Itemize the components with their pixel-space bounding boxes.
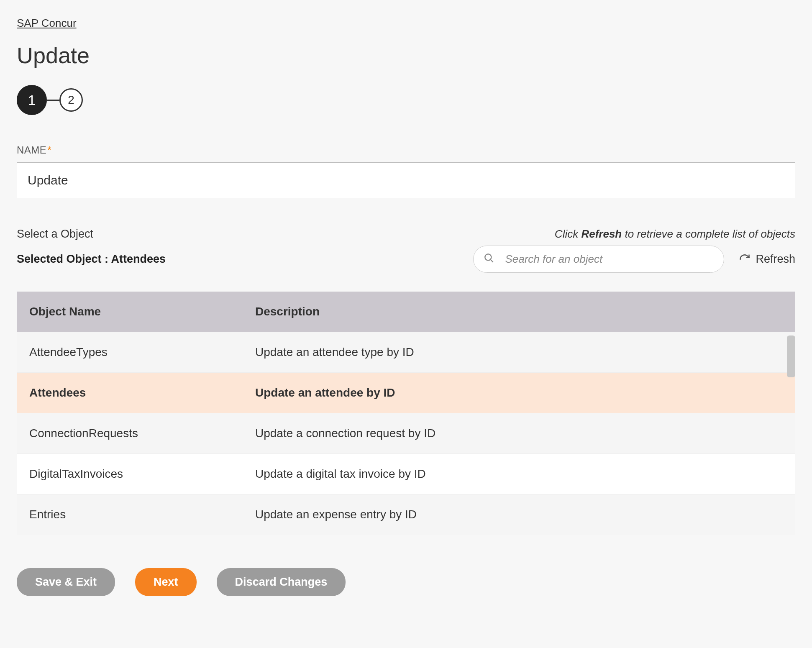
required-indicator: * — [47, 144, 51, 156]
cell-object-desc: Update a digital tax invoice by ID — [243, 454, 795, 494]
table-row[interactable]: Entries Update an expense entry by ID — [17, 494, 795, 535]
col-header-desc[interactable]: Description — [243, 292, 795, 332]
refresh-hint-bold: Refresh — [581, 228, 622, 240]
cell-object-desc: Update a connection request by ID — [243, 413, 795, 454]
selected-object-prefix: Selected Object : — [17, 253, 111, 265]
step-2[interactable]: 2 — [59, 88, 83, 112]
name-label-text: NAME — [17, 144, 46, 156]
refresh-button-label: Refresh — [756, 253, 795, 266]
scrollbar-thumb[interactable] — [787, 336, 795, 377]
selected-object: Selected Object : Attendees — [17, 253, 166, 266]
discard-button[interactable]: Discard Changes — [217, 568, 346, 596]
search-icon — [484, 253, 494, 266]
save-exit-button[interactable]: Save & Exit — [17, 568, 115, 596]
search-wrapper — [473, 246, 724, 273]
table-row[interactable]: ConnectionRequests Update a connection r… — [17, 413, 795, 454]
refresh-button[interactable]: Refresh — [739, 253, 795, 266]
refresh-hint-suffix: to retrieve a complete list of objects — [622, 228, 795, 240]
object-search-input[interactable] — [473, 246, 724, 273]
table-row[interactable]: AttendeeTypes Update an attendee type by… — [17, 332, 795, 373]
svg-line-1 — [491, 259, 494, 262]
col-header-name[interactable]: Object Name — [17, 292, 243, 332]
cell-object-desc: Update an attendee by ID — [243, 373, 795, 413]
footer-actions: Save & Exit Next Discard Changes — [17, 568, 795, 596]
step-1[interactable]: 1 — [17, 85, 47, 115]
next-button[interactable]: Next — [135, 568, 197, 596]
cell-object-name: Attendees — [17, 373, 243, 413]
refresh-icon — [739, 254, 751, 265]
cell-object-name: AttendeeTypes — [17, 332, 243, 373]
refresh-hint-prefix: Click — [555, 228, 581, 240]
name-label: NAME* — [17, 144, 795, 156]
object-table: Object Name Description AttendeeTypes Up… — [17, 292, 795, 535]
table-row-selected[interactable]: Attendees Update an attendee by ID — [17, 373, 795, 413]
cell-object-name: ConnectionRequests — [17, 413, 243, 454]
cell-object-name: Entries — [17, 494, 243, 535]
table-row[interactable]: DigitalTaxInvoices Update a digital tax … — [17, 454, 795, 494]
object-table-wrap: Object Name Description AttendeeTypes Up… — [17, 292, 795, 535]
cell-object-desc: Update an expense entry by ID — [243, 494, 795, 535]
cell-object-name: DigitalTaxInvoices — [17, 454, 243, 494]
select-object-label: Select a Object — [17, 228, 93, 241]
cell-object-desc: Update an attendee type by ID — [243, 332, 795, 373]
step-connector — [47, 100, 59, 101]
svg-point-0 — [485, 254, 492, 260]
selected-object-value: Attendees — [111, 253, 166, 265]
breadcrumb-link[interactable]: SAP Concur — [17, 17, 77, 30]
page-title: Update — [17, 42, 795, 68]
wizard-stepper: 1 2 — [17, 85, 795, 115]
name-input[interactable] — [17, 162, 795, 198]
refresh-hint: Click Refresh to retrieve a complete lis… — [555, 228, 795, 241]
